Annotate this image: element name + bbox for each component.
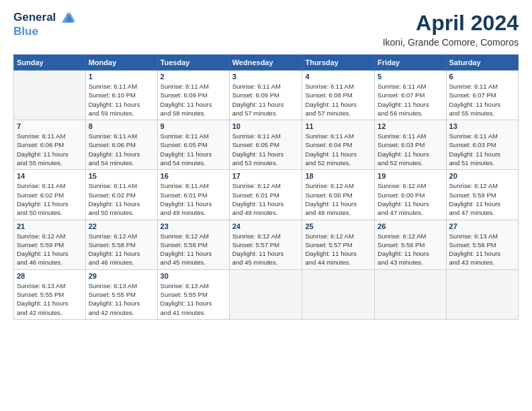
calendar-cell: 28Sunrise: 6:13 AM Sunset: 5:55 PM Dayli…	[14, 269, 86, 319]
day-info: Sunrise: 6:12 AM Sunset: 5:57 PM Dayligh…	[305, 232, 371, 267]
logo-general: General	[13, 11, 75, 26]
calendar-cell	[446, 269, 518, 319]
day-info: Sunrise: 6:11 AM Sunset: 6:03 PM Dayligh…	[449, 132, 515, 167]
calendar-cell: 29Sunrise: 6:13 AM Sunset: 5:55 PM Dayli…	[85, 269, 157, 319]
month-title: April 2024	[383, 11, 519, 36]
day-info: Sunrise: 6:12 AM Sunset: 5:58 PM Dayligh…	[89, 232, 154, 267]
day-info: Sunrise: 6:11 AM Sunset: 6:09 PM Dayligh…	[232, 82, 300, 118]
col-header-tuesday: Tuesday	[157, 55, 229, 71]
day-number: 10	[232, 122, 300, 130]
calendar-cell: 5Sunrise: 6:11 AM Sunset: 6:07 PM Daylig…	[375, 71, 446, 120]
day-info: Sunrise: 6:13 AM Sunset: 5:55 PM Dayligh…	[89, 281, 154, 317]
calendar-cell: 22Sunrise: 6:12 AM Sunset: 5:58 PM Dayli…	[85, 220, 157, 269]
day-number: 15	[89, 172, 154, 180]
day-number: 14	[17, 172, 83, 180]
calendar-cell: 19Sunrise: 6:12 AM Sunset: 6:00 PM Dayli…	[375, 170, 446, 220]
day-info: Sunrise: 6:12 AM Sunset: 5:56 PM Dayligh…	[378, 232, 443, 267]
calendar-cell: 30Sunrise: 6:13 AM Sunset: 5:55 PM Dayli…	[157, 269, 229, 319]
location: Ikoni, Grande Comore, Comoros	[383, 37, 519, 48]
calendar-cell: 27Sunrise: 6:13 AM Sunset: 5:56 PM Dayli…	[446, 220, 518, 269]
header: General Blue April 2024 Ikoni, Grande Co…	[13, 11, 519, 48]
calendar-cell: 11Sunrise: 6:11 AM Sunset: 6:04 PM Dayli…	[302, 120, 375, 170]
title-block: April 2024 Ikoni, Grande Comore, Comoros	[383, 11, 519, 48]
col-header-wednesday: Wednesday	[229, 55, 302, 71]
day-info: Sunrise: 6:13 AM Sunset: 5:55 PM Dayligh…	[161, 281, 226, 317]
day-number: 28	[17, 272, 83, 280]
calendar-cell: 9Sunrise: 6:11 AM Sunset: 6:05 PM Daylig…	[157, 120, 229, 170]
day-number: 12	[378, 122, 443, 130]
calendar-cell	[14, 71, 86, 120]
calendar-cell: 23Sunrise: 6:12 AM Sunset: 5:58 PM Dayli…	[157, 220, 229, 269]
day-info: Sunrise: 6:11 AM Sunset: 6:07 PM Dayligh…	[449, 82, 515, 118]
day-info: Sunrise: 6:12 AM Sunset: 5:57 PM Dayligh…	[232, 232, 300, 267]
page: General Blue April 2024 Ikoni, Grande Co…	[0, 0, 532, 411]
col-header-sunday: Sunday	[14, 55, 86, 71]
calendar-cell: 24Sunrise: 6:12 AM Sunset: 5:57 PM Dayli…	[229, 220, 302, 269]
logo-blue: Blue	[13, 26, 75, 38]
calendar-cell: 26Sunrise: 6:12 AM Sunset: 5:56 PM Dayli…	[375, 220, 446, 269]
day-info: Sunrise: 6:11 AM Sunset: 6:09 PM Dayligh…	[161, 82, 226, 118]
calendar-cell: 15Sunrise: 6:11 AM Sunset: 6:02 PM Dayli…	[85, 170, 157, 220]
col-header-saturday: Saturday	[446, 55, 518, 71]
calendar-cell: 25Sunrise: 6:12 AM Sunset: 5:57 PM Dayli…	[302, 220, 375, 269]
calendar-cell: 2Sunrise: 6:11 AM Sunset: 6:09 PM Daylig…	[157, 71, 229, 120]
day-number: 4	[305, 73, 371, 81]
calendar-cell: 17Sunrise: 6:12 AM Sunset: 6:01 PM Dayli…	[229, 170, 302, 220]
day-info: Sunrise: 6:12 AM Sunset: 5:58 PM Dayligh…	[161, 232, 226, 267]
day-number: 5	[378, 73, 443, 81]
day-info: Sunrise: 6:12 AM Sunset: 5:59 PM Dayligh…	[17, 232, 83, 267]
day-info: Sunrise: 6:11 AM Sunset: 6:02 PM Dayligh…	[89, 181, 154, 217]
day-number: 22	[89, 222, 154, 230]
calendar-cell: 10Sunrise: 6:11 AM Sunset: 6:05 PM Dayli…	[229, 120, 302, 170]
calendar-cell: 6Sunrise: 6:11 AM Sunset: 6:07 PM Daylig…	[446, 71, 518, 120]
calendar-cell: 13Sunrise: 6:11 AM Sunset: 6:03 PM Dayli…	[446, 120, 518, 170]
col-header-friday: Friday	[375, 55, 446, 71]
day-number: 7	[17, 122, 83, 130]
calendar-cell: 8Sunrise: 6:11 AM Sunset: 6:06 PM Daylig…	[85, 120, 157, 170]
day-number: 26	[378, 222, 443, 230]
day-info: Sunrise: 6:12 AM Sunset: 5:59 PM Dayligh…	[449, 181, 515, 217]
day-number: 24	[232, 222, 300, 230]
day-number: 2	[161, 73, 226, 81]
day-number: 9	[161, 122, 226, 130]
calendar-cell: 1Sunrise: 6:11 AM Sunset: 6:10 PM Daylig…	[85, 71, 157, 120]
day-info: Sunrise: 6:11 AM Sunset: 6:01 PM Dayligh…	[161, 181, 226, 217]
day-number: 27	[449, 222, 515, 230]
day-info: Sunrise: 6:11 AM Sunset: 6:04 PM Dayligh…	[305, 132, 371, 167]
calendar-cell	[229, 269, 302, 319]
day-number: 18	[305, 172, 371, 180]
day-number: 3	[232, 73, 300, 81]
calendar-cell: 4Sunrise: 6:11 AM Sunset: 6:08 PM Daylig…	[302, 71, 375, 120]
day-number: 11	[305, 122, 371, 130]
logo-icon	[60, 11, 75, 26]
day-number: 20	[449, 172, 515, 180]
day-info: Sunrise: 6:11 AM Sunset: 6:06 PM Dayligh…	[89, 132, 154, 167]
calendar-table: SundayMondayTuesdayWednesdayThursdayFrid…	[13, 54, 519, 320]
day-number: 6	[449, 73, 515, 81]
day-info: Sunrise: 6:11 AM Sunset: 6:05 PM Dayligh…	[161, 132, 226, 167]
day-info: Sunrise: 6:13 AM Sunset: 5:55 PM Dayligh…	[17, 281, 83, 317]
day-info: Sunrise: 6:11 AM Sunset: 6:03 PM Dayligh…	[378, 132, 443, 167]
day-number: 23	[161, 222, 226, 230]
col-header-thursday: Thursday	[302, 55, 375, 71]
day-number: 8	[89, 122, 154, 130]
day-number: 25	[305, 222, 371, 230]
calendar-cell: 18Sunrise: 6:12 AM Sunset: 6:00 PM Dayli…	[302, 170, 375, 220]
day-info: Sunrise: 6:13 AM Sunset: 5:56 PM Dayligh…	[449, 232, 515, 267]
day-number: 29	[89, 272, 154, 280]
day-info: Sunrise: 6:11 AM Sunset: 6:02 PM Dayligh…	[17, 181, 83, 217]
day-number: 1	[89, 73, 154, 81]
calendar-cell: 16Sunrise: 6:11 AM Sunset: 6:01 PM Dayli…	[157, 170, 229, 220]
day-info: Sunrise: 6:11 AM Sunset: 6:10 PM Dayligh…	[89, 82, 154, 118]
col-header-monday: Monday	[85, 55, 157, 71]
day-number: 21	[17, 222, 83, 230]
day-info: Sunrise: 6:11 AM Sunset: 6:05 PM Dayligh…	[232, 132, 300, 167]
logo: General Blue	[13, 11, 75, 38]
day-number: 13	[449, 122, 515, 130]
day-info: Sunrise: 6:11 AM Sunset: 6:06 PM Dayligh…	[17, 132, 83, 167]
day-info: Sunrise: 6:11 AM Sunset: 6:07 PM Dayligh…	[378, 82, 443, 118]
calendar-cell: 20Sunrise: 6:12 AM Sunset: 5:59 PM Dayli…	[446, 170, 518, 220]
calendar-cell: 7Sunrise: 6:11 AM Sunset: 6:06 PM Daylig…	[14, 120, 86, 170]
calendar-cell: 14Sunrise: 6:11 AM Sunset: 6:02 PM Dayli…	[14, 170, 86, 220]
day-number: 19	[378, 172, 443, 180]
